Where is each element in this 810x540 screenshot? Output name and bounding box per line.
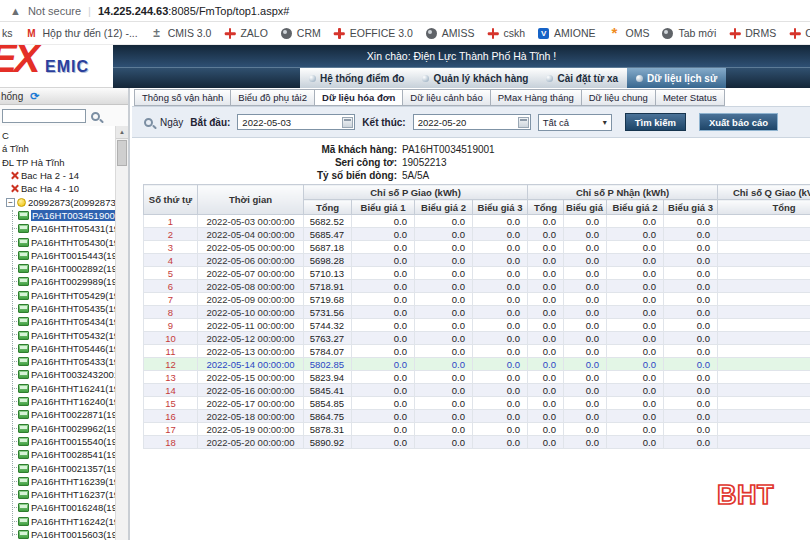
tree-item[interactable]: á Tĩnh: [0, 142, 115, 155]
col-header-time[interactable]: Thời gian: [198, 185, 304, 215]
tree-meter-item[interactable]: PA16HTHT05433(19C: [0, 355, 115, 368]
tab-item[interactable]: Biểu đồ phụ tải2: [230, 89, 315, 106]
search-button[interactable]: Tìm kiếm: [625, 113, 686, 131]
tab-item[interactable]: Dữ liệu cảnh báo: [402, 89, 490, 106]
tree-meter-item[interactable]: PA16HTHT05434(19C: [0, 315, 115, 328]
menu-item[interactable]: Cài đặt từ xa: [537, 68, 627, 88]
tree-meter-item[interactable]: PA16HT0015443(190: [0, 249, 115, 262]
tree-meter-item[interactable]: PA16HTHT16241(19C: [0, 382, 115, 395]
bookmark-item[interactable]: AMISS: [426, 27, 475, 39]
scroll-up-arrow[interactable]: ▲: [116, 126, 128, 139]
bookmark-item[interactable]: ±CMIS 3.0: [151, 27, 212, 39]
table-row[interactable]: 72022-05-09 00:00:005719.680.00.00.00.00…: [144, 293, 810, 306]
tree-meter-item[interactable]: PA16HTHT05432(19C: [0, 328, 115, 341]
table-row[interactable]: 102022-05-12 00:00:005763.270.00.00.00.0…: [144, 332, 810, 345]
subcol-bg3[interactable]: Biểu giá 3: [473, 200, 528, 215]
bookmark-item[interactable]: CRM: [281, 27, 321, 39]
tree-meter-item[interactable]: PA16HT0002892(190: [0, 262, 115, 275]
subcol-tong[interactable]: Tổng: [304, 200, 352, 215]
table-row[interactable]: 162022-05-18 00:00:005864.750.00.00.00.0…: [144, 410, 810, 423]
table-row[interactable]: 182022-05-20 00:00:005890.920.00.00.00.0…: [144, 436, 810, 449]
scroll-thumb[interactable]: [117, 140, 127, 166]
refresh-icon[interactable]: ⟳: [30, 91, 39, 101]
menu-item[interactable]: Quản lý khách hàng: [413, 68, 537, 88]
start-date-input[interactable]: [237, 114, 355, 130]
table-row[interactable]: 82022-05-10 00:00:005731.560.00.00.00.00…: [144, 306, 810, 319]
table-row[interactable]: 142022-05-16 00:00:005845.410.00.00.00.0…: [144, 384, 810, 397]
url-text[interactable]: 14.225.244.63:8085/FmTop/top1.aspx#: [98, 5, 289, 17]
table-row[interactable]: 92022-05-11 00:00:005744.320.00.00.00.00…: [144, 319, 810, 332]
tree-meter-item[interactable]: PA16HT0022871(190: [0, 408, 115, 421]
collapse-icon[interactable]: −: [6, 198, 15, 207]
tree-item[interactable]: −20992873(20992873): [0, 195, 115, 208]
tree-meter-item[interactable]: PA16HT0029989(190: [0, 275, 115, 288]
tree-item[interactable]: Bac Ha 2 - 14: [0, 169, 115, 182]
bookmark-item[interactable]: Tab mới: [662, 27, 716, 39]
tree-meter-item[interactable]: PA16HT0034519001(: [0, 209, 115, 222]
tree-meter-item[interactable]: PA16HTHT16239(19C: [0, 475, 115, 488]
tree-meter-item[interactable]: PA16HT0029962(190: [0, 422, 115, 435]
tab-item[interactable]: PMax Hàng tháng: [490, 89, 582, 106]
tree-item[interactable]: Bac Ha 4 - 10: [0, 182, 115, 195]
tree-meter-item[interactable]: PA16HT0032432001(: [0, 368, 115, 381]
table-row[interactable]: 22022-05-04 00:00:005685.470.00.00.00.00…: [144, 228, 810, 241]
bookmark-item[interactable]: cskh: [487, 27, 525, 39]
table-row[interactable]: 32022-05-05 00:00:005687.180.00.00.00.00…: [144, 241, 810, 254]
tree-meter-item[interactable]: PA16HTHT05431(19C: [0, 222, 115, 235]
bookmark-item[interactable]: EOFFICE 3.0: [334, 27, 413, 39]
table-row[interactable]: 12022-05-03 00:00:005682.520.00.00.00.00…: [144, 215, 810, 228]
sidebar-scrollbar[interactable]: ▲: [115, 126, 128, 540]
table-row[interactable]: 122022-05-14 00:00:005802.850.00.00.00.0…: [144, 358, 810, 371]
subcol-bg2[interactable]: Biểu giá 2: [607, 200, 664, 215]
tree-meter-item[interactable]: PA16HTHT16242(19C: [0, 515, 115, 528]
tab-item[interactable]: Meter Status: [655, 89, 725, 106]
calendar-icon[interactable]: [518, 117, 529, 128]
tree-item[interactable]: C: [0, 129, 115, 142]
tree-meter-item[interactable]: PA16HTHT05430(19C: [0, 235, 115, 248]
calendar-icon[interactable]: [342, 117, 353, 128]
search-icon[interactable]: [91, 112, 100, 121]
tree-meter-item[interactable]: PA16HT0016248(190: [0, 501, 115, 514]
bookmark-item[interactable]: MHộp thư đến (12) -...: [26, 27, 138, 39]
table-row[interactable]: 152022-05-17 00:00:005854.850.00.00.00.0…: [144, 397, 810, 410]
tree-meter-item[interactable]: PA16HTHT16240(19C: [0, 395, 115, 408]
tree-meter-item[interactable]: PA16HT0015540(190: [0, 435, 115, 448]
tree-meter-item[interactable]: PA16HT0028541(190: [0, 448, 115, 461]
subcol-tong[interactable]: Tổng: [528, 200, 564, 215]
tree-meter-item[interactable]: PA16HT0015603(190: [0, 528, 115, 540]
tree-meter-item[interactable]: PA16HTHT05429(19C: [0, 289, 115, 302]
type-select[interactable]: Tất cả ▾: [538, 114, 612, 131]
subcol-bg2[interactable]: Biểu giá 2: [415, 200, 473, 215]
subcol-bg1[interactable]: Biểu giá 1: [352, 200, 415, 215]
subcol-bg3[interactable]: Biểu giá 3: [664, 200, 718, 215]
tab-item[interactable]: Thông số vận hành: [134, 89, 231, 106]
security-label[interactable]: Not secure: [28, 5, 81, 17]
tree-meter-item[interactable]: PA16HTHT05446(19C: [0, 342, 115, 355]
table-row[interactable]: 172022-05-19 00:00:005878.310.00.00.00.0…: [144, 423, 810, 436]
warning-icon[interactable]: ▲︎: [10, 5, 21, 17]
tree-meter-item[interactable]: PA16HTHT16237(19C: [0, 488, 115, 501]
export-report-button[interactable]: Xuất báo cáo: [699, 113, 778, 131]
table-row[interactable]: 42022-05-06 00:00:005698.280.00.00.00.00…: [144, 254, 810, 267]
table-row[interactable]: 132022-05-15 00:00:005823.940.00.00.00.0…: [144, 371, 810, 384]
table-row[interactable]: 112022-05-13 00:00:005784.070.00.00.00.0…: [144, 345, 810, 358]
tab-item[interactable]: Dữ liệu chung: [581, 89, 656, 106]
table-row[interactable]: 62022-05-08 00:00:005718.910.00.00.00.00…: [144, 280, 810, 293]
table-row[interactable]: 52022-05-07 00:00:005710.130.00.00.00.00…: [144, 267, 810, 280]
tree-meter-item[interactable]: PA16HT0021357(190: [0, 461, 115, 474]
menu-item[interactable]: Dữ liệu lịch sử: [627, 68, 726, 88]
bookmark-item[interactable]: ZALO: [224, 27, 267, 39]
bookmark-item[interactable]: *OMS: [609, 27, 650, 39]
tree-search-input[interactable]: [2, 109, 86, 123]
col-header-stt[interactable]: Số thứ tự: [144, 185, 198, 215]
bookmark-prefix[interactable]: ks: [2, 27, 13, 39]
tree-meter-item[interactable]: PA16HTHT05435(19C: [0, 302, 115, 315]
tab-active[interactable]: Dữ liệu hóa đơn: [314, 89, 403, 106]
subcol-tong[interactable]: Tổng: [718, 200, 810, 215]
bookmark-item[interactable]: VAMIONE: [538, 27, 595, 39]
end-date-input[interactable]: [413, 114, 531, 130]
subcol-bg1[interactable]: Biểu giá 1: [564, 200, 607, 215]
tree-item[interactable]: ĐL TP Hà Tĩnh: [0, 156, 115, 169]
bookmark-item[interactable]: DRMS: [729, 27, 776, 39]
menu-item[interactable]: Hệ thống điểm đo: [300, 68, 413, 88]
